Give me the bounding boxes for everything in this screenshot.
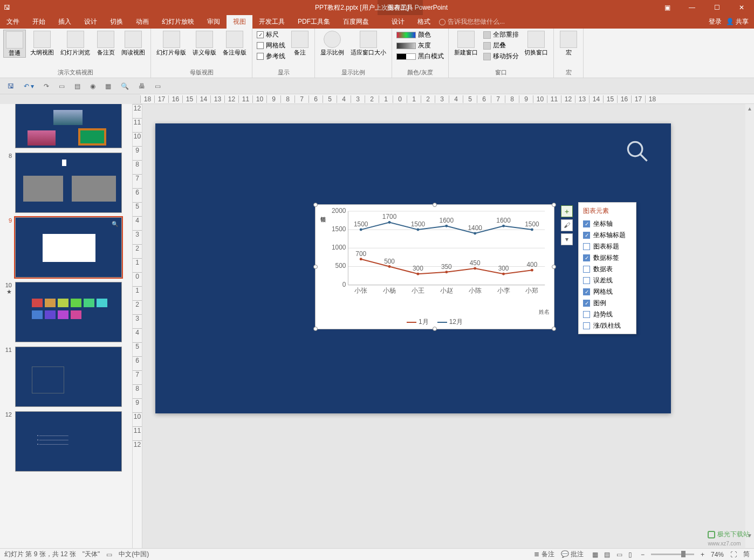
tab-animations[interactable]: 动画 <box>129 15 155 29</box>
group-master-views-label: 母版视图 <box>154 68 249 78</box>
svg-point-23 <box>388 265 391 268</box>
tab-chart-format[interactable]: 格式 <box>411 15 437 29</box>
fit-window-button[interactable]: 适应窗口大小 <box>348 30 388 57</box>
resize-handle-tr[interactable] <box>552 203 556 207</box>
tab-review[interactable]: 审阅 <box>201 15 227 29</box>
new-window-button[interactable]: 新建窗口 <box>452 30 480 57</box>
ce-数据表[interactable]: 数据表 <box>579 264 636 275</box>
ce-坐标轴标题[interactable]: 坐标轴标题 <box>579 230 636 241</box>
vertical-scrollbar[interactable]: ▲ ▼ <box>745 104 754 548</box>
macros-button[interactable]: 宏 <box>557 30 580 57</box>
qat-icon-4[interactable]: ▦ <box>105 82 111 90</box>
grayscale-button[interactable]: 灰度 <box>395 40 445 51</box>
chart-filters-button[interactable]: ▾ <box>561 233 573 245</box>
svg-text:小郑: 小郑 <box>525 287 538 294</box>
thumb-slide-11[interactable]: 11 <box>0 344 132 409</box>
resize-handle-bm[interactable] <box>433 327 437 331</box>
resize-handle-ml[interactable] <box>313 265 318 269</box>
qat-icon-6[interactable]: 🖶 <box>139 82 145 90</box>
save-icon[interactable]: 🖫 <box>8 82 14 90</box>
group-show-label: 显示 <box>256 68 311 78</box>
quick-access-toolbar: 🖫 ↶ ▾ ↷ ▭ ▤ ◉ ▦ 🔍 🖶 ▭ <box>0 78 754 94</box>
chart-object[interactable]: 销售额 姓名 0500100015002000小张小杨小王小赵小陈小李小郑700… <box>315 204 554 329</box>
maximize-icon[interactable]: ☐ <box>704 0 729 15</box>
view-notespage-button[interactable]: 备注页 <box>94 30 117 57</box>
ruler-checkbox[interactable]: 标尺 <box>256 30 286 40</box>
ce-坐标轴[interactable]: 坐标轴 <box>579 218 636 230</box>
resize-handle-br[interactable] <box>552 327 556 331</box>
svg-text:300: 300 <box>413 265 423 272</box>
magnifier-icon <box>626 140 649 163</box>
thumb-slide-12[interactable]: 12• —————————• —————————• ————————— <box>0 409 132 474</box>
autosave-icon[interactable]: 🖫 <box>2 3 12 12</box>
ce-图表标题[interactable]: 图表标题 <box>579 241 636 252</box>
notes-master-button[interactable]: 备注母版 <box>221 30 249 57</box>
login-button[interactable]: 登录 <box>709 17 722 26</box>
slide-canvas[interactable]: 销售额 姓名 0500100015002000小张小杨小王小赵小陈小李小郑700… <box>142 104 754 548</box>
move-split-button[interactable]: 移动拆分 <box>482 51 520 61</box>
resize-handle-mr[interactable] <box>552 265 556 269</box>
close-icon[interactable]: ✕ <box>729 0 754 15</box>
ce-涨/跌柱线[interactable]: 涨/跌柱线 <box>579 320 636 331</box>
ribbon-display-icon[interactable]: ▣ <box>655 0 680 15</box>
scroll-up-icon[interactable]: ▲ <box>745 104 754 113</box>
svg-text:小陈: 小陈 <box>469 287 482 294</box>
tab-transitions[interactable]: 切换 <box>104 15 129 29</box>
switch-windows-button[interactable]: 切换窗口 <box>522 30 550 57</box>
zoom-button[interactable]: 显示比例 <box>318 30 346 57</box>
tab-file[interactable]: 文件 <box>0 15 26 29</box>
svg-point-0 <box>628 142 642 156</box>
thumb-slide-10[interactable]: 10 ★ <box>0 280 132 344</box>
horizontal-ruler[interactable]: 1817161514131211109876543210123456789101… <box>140 94 754 104</box>
view-sorter-button[interactable]: 幻灯片浏览 <box>58 30 92 57</box>
gridlines-checkbox[interactable]: 网格线 <box>256 40 286 51</box>
share-button[interactable]: 👤 共享 <box>726 17 749 26</box>
qat-icon-7[interactable]: ▭ <box>155 82 161 90</box>
slide-master-button[interactable]: 幻灯片母版 <box>154 30 188 57</box>
view-normal-button[interactable]: 普通 <box>3 30 26 58</box>
tab-home[interactable]: 开始 <box>26 15 52 29</box>
redo-icon[interactable]: ↷ <box>44 82 49 90</box>
thumb-slide-7-partial[interactable] <box>0 104 132 150</box>
view-outline-button[interactable]: 大纲视图 <box>28 30 56 57</box>
chart-elements-button[interactable]: ＋ <box>561 205 573 217</box>
slide-thumbnail-panel[interactable]: 89🔍10 ★1112• —————————• —————————• —————… <box>0 104 133 548</box>
ce-网格线[interactable]: 网格线 <box>579 286 636 298</box>
tab-chart-design[interactable]: 设计 <box>385 15 411 29</box>
qat-icon-5[interactable]: 🔍 <box>121 82 129 90</box>
view-reading-button[interactable]: 阅读视图 <box>119 30 147 57</box>
handout-master-button[interactable]: 讲义母版 <box>190 30 218 57</box>
vertical-ruler[interactable]: 1211109876543210123456789101112 <box>133 104 142 548</box>
tab-baidu[interactable]: 百度网盘 <box>337 15 375 29</box>
tab-developer[interactable]: 开发工具 <box>252 15 291 29</box>
color-mode-button[interactable]: 颜色 <box>395 30 445 40</box>
arrange-all-button[interactable]: 全部重排 <box>482 30 520 40</box>
thumb-slide-8[interactable]: 8 <box>0 150 132 215</box>
notes-button[interactable]: 备注 <box>289 30 311 57</box>
thumb-slide-9[interactable]: 9🔍 <box>0 215 132 280</box>
svg-point-45 <box>502 225 505 227</box>
tell-me-search[interactable]: 告诉我您想做什么... <box>437 15 523 29</box>
cascade-button[interactable]: 层叠 <box>482 40 520 51</box>
tab-design[interactable]: 设计 <box>78 15 104 29</box>
tab-slideshow[interactable]: 幻灯片放映 <box>155 15 201 29</box>
ce-数据标签[interactable]: 数据标签 <box>579 252 636 264</box>
ce-图例[interactable]: 图例 <box>579 298 636 309</box>
minimize-icon[interactable]: — <box>680 0 704 15</box>
qat-icon-2[interactable]: ▤ <box>74 82 80 90</box>
guides-checkbox[interactable]: 参考线 <box>256 51 286 61</box>
bw-mode-button[interactable]: 黑白模式 <box>395 51 445 61</box>
ce-误差线[interactable]: 误差线 <box>579 275 636 286</box>
chart-styles-button[interactable]: 🖌 <box>561 219 573 231</box>
resize-handle-bl[interactable] <box>313 327 318 331</box>
svg-point-31 <box>502 273 505 275</box>
tab-view[interactable]: 视图 <box>227 15 252 29</box>
ce-趋势线[interactable]: 趋势线 <box>579 309 636 320</box>
undo-icon[interactable]: ↶ ▾ <box>24 82 34 90</box>
qat-icon-1[interactable]: ▭ <box>59 82 65 90</box>
qat-icon-3[interactable]: ◉ <box>90 82 95 90</box>
tab-pdf[interactable]: PDF工具集 <box>291 15 337 29</box>
resize-handle-tl[interactable] <box>313 203 318 207</box>
tab-insert[interactable]: 插入 <box>52 15 78 29</box>
resize-handle-tm[interactable] <box>433 203 437 207</box>
